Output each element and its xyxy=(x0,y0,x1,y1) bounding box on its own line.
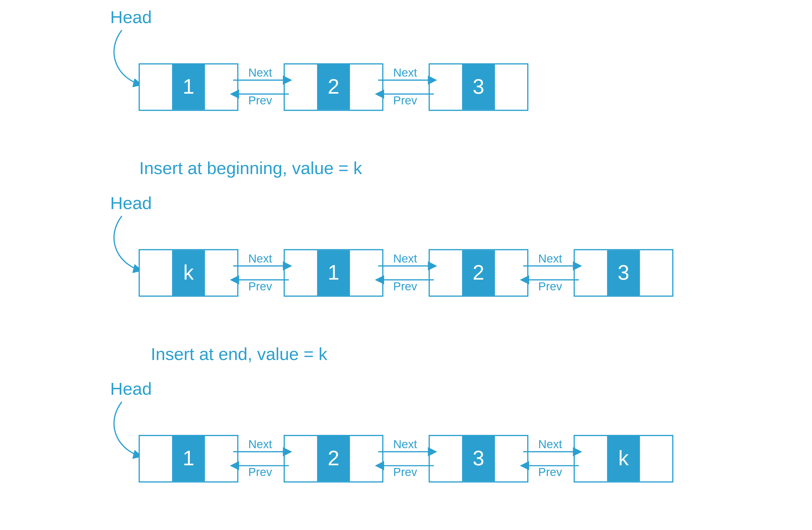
row1-node-1-value: 2 xyxy=(328,75,339,98)
head-label: Head xyxy=(110,379,151,398)
linked-list-diagram: Head123NextPrevNextPrevInsert at beginni… xyxy=(0,0,812,530)
next-label: Next xyxy=(393,438,417,451)
prev-label: Prev xyxy=(538,465,562,478)
row1-node-0-value: 1 xyxy=(183,75,194,98)
row2-node-2-value: 2 xyxy=(473,261,484,284)
prev-label: Prev xyxy=(393,94,417,107)
next-label: Next xyxy=(538,438,562,451)
prev-label: Prev xyxy=(248,465,272,478)
next-label: Next xyxy=(393,252,417,265)
next-label: Next xyxy=(248,66,272,79)
prev-label: Prev xyxy=(248,280,272,293)
row3-node-2-value: 3 xyxy=(473,446,484,470)
head-arrow xyxy=(114,402,142,457)
row2-node-0-value: k xyxy=(183,261,194,284)
caption-insert-end: Insert at end, value = k xyxy=(151,344,328,364)
row1-node-2-value: 3 xyxy=(473,75,484,98)
row3-node-3-value: k xyxy=(618,446,629,470)
next-label: Next xyxy=(393,66,417,79)
caption-insert-begin: Insert at beginning, value = k xyxy=(139,158,362,178)
head-label: Head xyxy=(110,8,151,27)
next-label: Next xyxy=(538,252,562,265)
head-arrow xyxy=(114,216,142,270)
head-arrow xyxy=(114,30,142,85)
next-label: Next xyxy=(248,252,272,265)
prev-label: Prev xyxy=(393,465,417,478)
row3-node-0-value: 1 xyxy=(183,446,194,470)
row2-node-1-value: 1 xyxy=(328,261,339,284)
next-label: Next xyxy=(248,438,272,451)
head-label: Head xyxy=(110,193,151,213)
prev-label: Prev xyxy=(248,94,272,107)
prev-label: Prev xyxy=(538,280,562,293)
prev-label: Prev xyxy=(393,280,417,293)
row3-node-1-value: 2 xyxy=(328,446,339,470)
row2-node-3-value: 3 xyxy=(618,261,629,284)
